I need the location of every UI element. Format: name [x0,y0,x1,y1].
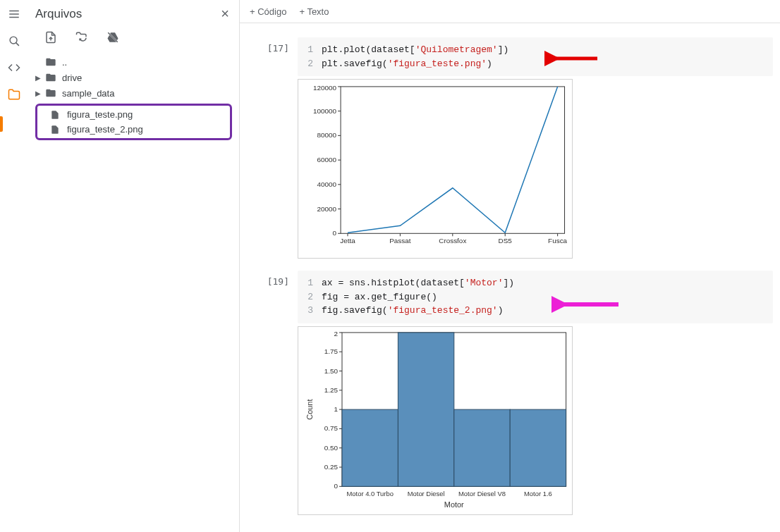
ytick: 2 [334,330,339,338]
tree-sample-data[interactable]: ▶ sample_data [35,85,232,101]
bar [454,409,510,486]
ytick: 40000 [317,180,337,188]
cell-body: 1plt.plot(dataset['Quilometragem']) 2plt… [298,37,773,261]
code-text: ) [498,304,504,318]
code-text: ]) [503,276,514,290]
active-indicator [0,116,3,132]
cells-container: [17] 1plt.plot(dataset['Quilometragem'])… [240,23,780,532]
code-text: ]) [498,43,509,57]
add-text-button[interactable]: + Texto [299,6,329,17]
tree-file-1-label: figura_teste.png [67,109,133,120]
menu-icon[interactable] [7,7,21,21]
folder-up-icon [45,56,58,68]
ytick: 60000 [317,156,337,163]
svg-line-4 [16,42,18,45]
tree-sample-data-label: sample_data [62,88,114,99]
bar [342,409,398,486]
xtick: DS5 [499,237,513,245]
bar-chart-output: 0 0.25 0.50 0.75 1 1.25 1.50 1.75 2 [298,326,573,515]
tree-drive-label: drive [62,73,82,83]
folder-sync-icon[interactable] [75,30,89,44]
code-cell-17[interactable]: [17] 1plt.plot(dataset['Quilometragem'])… [247,37,773,261]
code-cell-19[interactable]: [19] 1ax = sns.histplot(dataset['Motor']… [247,271,773,517]
drive-disabled-icon[interactable] [106,30,120,44]
ytick: 20000 [317,205,337,213]
exec-count: [19] [247,271,298,517]
chevron-right-icon: ▶ [35,89,45,97]
file-panel-header: Arquivos × [28,6,239,30]
xlabel: Motor [444,500,464,509]
file-panel-title: Arquivos [35,7,82,21]
code-text: plt.savefig( [322,57,388,71]
highlighted-files: figura_teste.png figura_teste_2.png [35,104,232,140]
folder-icon[interactable] [7,87,21,101]
xtick: Motor 4.0 Turbo [346,490,393,497]
folder-icon [45,87,58,99]
xtick: Motor Diesel [408,490,445,497]
code-string: 'Motor' [465,276,504,290]
ytick: 0.25 [324,463,339,471]
code-string: 'Quilometragem' [415,43,498,57]
ytick: 120000 [313,84,337,92]
search-icon[interactable] [7,34,21,48]
line-chart-output: 0 20000 40000 60000 80000 100000 120000 [298,79,573,259]
bar [510,409,566,486]
xtick: Motor 1.6 [524,490,552,497]
file-tree: .. ▶ drive ▶ sample_data figura_teste.pn… [28,54,239,140]
xtick: Crossfox [439,237,466,245]
xtick: Fusca [548,237,567,245]
code-editor[interactable]: 1ax = sns.histplot(dataset['Motor']) 2fi… [298,271,773,323]
tree-drive[interactable]: ▶ drive [35,70,232,85]
code-text: fig.savefig( [322,304,388,318]
ytick: 1.25 [324,386,339,394]
cell-output: 0 0.25 0.50 0.75 1 1.25 1.50 1.75 2 [298,326,773,517]
main-toolbar: + Código + Texto [240,0,780,23]
line-number: 1 [305,276,322,290]
code-string: 'figura_teste_2.png' [388,304,498,318]
chevron-right-icon: ▶ [35,74,45,82]
ytick: 1.50 [324,366,339,374]
code-text: plt.plot(dataset[ [322,43,415,57]
line-number: 3 [305,304,322,318]
line-number: 2 [305,290,322,304]
ytick: 100000 [313,107,337,115]
file-icon [50,125,63,135]
file-icon [50,110,63,120]
left-rail [0,0,28,532]
code-text: fig = ax.get_figure() [322,290,437,304]
code-icon[interactable] [7,61,21,75]
ylabel: Count [305,399,314,419]
ytick: 0.75 [324,424,339,432]
tree-updir-label: .. [62,57,67,68]
code-text: ax = sns.histplot(dataset[ [322,276,465,290]
code-editor[interactable]: 1plt.plot(dataset['Quilometragem']) 2plt… [298,37,773,76]
red-arrow-annotation [544,50,601,67]
ytick: 0.50 [324,444,339,452]
magenta-arrow-annotation [552,296,622,313]
xtick: Motor Diesel V8 [458,490,506,497]
ytick: 1.75 [324,347,339,355]
folder-icon [45,72,58,83]
cell-output: 0 20000 40000 60000 80000 100000 120000 [298,79,773,261]
ytick: 1 [334,405,339,413]
add-code-button[interactable]: + Código [250,6,286,17]
tree-file-1[interactable]: figura_teste.png [40,107,227,122]
file-toolbar [28,30,239,54]
close-icon[interactable]: × [221,6,229,22]
main-area: + Código + Texto [17] 1plt.plot(dataset[… [240,0,780,532]
ytick: 0 [334,482,339,490]
tree-updir[interactable]: .. [35,54,232,70]
code-text: ) [487,57,492,71]
svg-point-3 [10,37,17,44]
line-number: 1 [305,43,322,57]
xtick: Jetta [340,237,355,245]
tree-file-2-label: figura_teste_2.png [67,124,143,135]
tree-file-2[interactable]: figura_teste_2.png [40,122,227,137]
file-upload-icon[interactable] [44,30,58,44]
bar [398,333,453,486]
xtick: Passat [389,237,411,245]
line-number: 2 [305,57,322,71]
exec-count: [17] [247,37,298,261]
code-string: 'figura_teste.png' [388,57,487,71]
cell-body: 1ax = sns.histplot(dataset['Motor']) 2fi… [298,271,773,517]
